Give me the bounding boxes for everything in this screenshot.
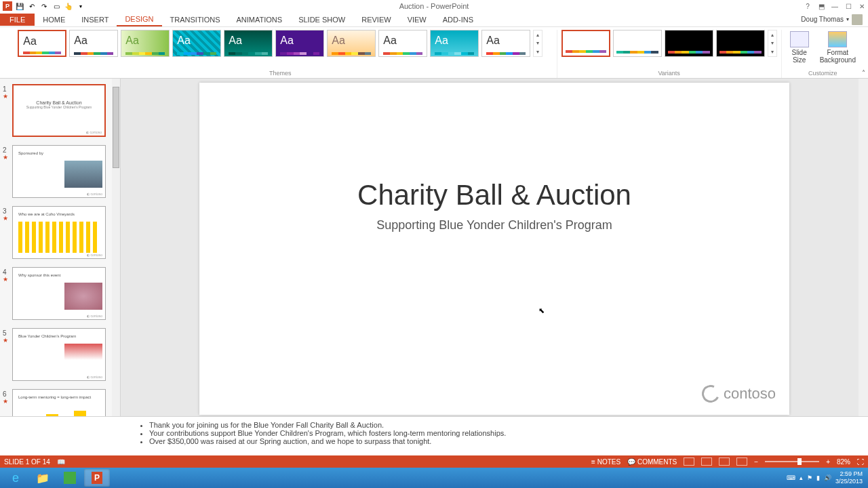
spellcheck-icon[interactable]: 📖 (57, 458, 65, 466)
slide-thumbnail-6[interactable]: 6★Long-term mentoring = long-term impact… (3, 389, 117, 416)
themes-expand-button[interactable]: ▴▾▾ (533, 30, 542, 57)
tab-slideshow[interactable]: SLIDE SHOW (290, 14, 353, 26)
reading-view-button[interactable] (719, 458, 730, 466)
slide-title-text[interactable]: Charity Ball & Auction (199, 179, 789, 211)
explorer-icon[interactable]: 📁 (30, 469, 56, 487)
tab-insert[interactable]: INSERT (73, 14, 117, 26)
normal-view-button[interactable] (684, 458, 694, 466)
tab-animations[interactable]: ANIMATIONS (229, 14, 291, 26)
theme-option-4[interactable]: Aa (224, 30, 273, 57)
variant-option-2[interactable] (665, 30, 713, 57)
tray-flag-icon[interactable]: ⚑ (807, 474, 812, 481)
slide-thumbnail-1[interactable]: 1★Charity Ball & AuctionSupporting Blue … (3, 84, 117, 137)
mouse-cursor: ⬉ (538, 306, 545, 315)
slide-thumbnail-2[interactable]: 2★Sponsored by◐ contoso (3, 145, 117, 198)
slideshow-view-button[interactable] (736, 458, 747, 466)
ribbon-options-icon[interactable]: ⬒ (816, 1, 826, 11)
windows-taskbar: e 📁 P ⌨ ▴ ⚑ ▮ 🔊 2:59 PM 3/25/2013 (0, 468, 868, 488)
note-line[interactable]: Your contributions support Blue Yonder C… (149, 429, 732, 437)
zoom-out-button[interactable]: − (754, 458, 758, 466)
slide-editor: Charity Ball & Auction Supporting Blue Y… (121, 79, 868, 416)
taskbar-clock[interactable]: 2:59 PM 3/25/2013 (835, 470, 865, 485)
zoom-slider[interactable] (765, 461, 819, 462)
system-tray: ⌨ ▴ ⚑ ▮ 🔊 2:59 PM 3/25/2013 (787, 470, 865, 485)
slide-subtitle-text[interactable]: Supporting Blue Yonder Children's Progra… (199, 218, 789, 232)
slide-thumbnail-5[interactable]: 5★Blue Yonder Children's Program◐ contos… (3, 328, 117, 381)
tray-network-icon[interactable]: ▮ (816, 474, 820, 481)
thumbnail-scrollbar[interactable] (112, 79, 120, 416)
theme-option-1[interactable]: Aa (69, 30, 118, 57)
slide-size-icon (790, 31, 809, 47)
ribbon-tabs: FILE HOME INSERT DESIGN TRANSITIONS ANIM… (0, 12, 868, 27)
help-icon[interactable]: ? (803, 1, 812, 11)
theme-option-9[interactable]: Aa (481, 30, 530, 57)
tray-hidden-icon[interactable]: ▴ (800, 474, 803, 481)
ie-icon[interactable]: e (3, 469, 28, 487)
note-line[interactable]: Over $350,000 was raised at our Spring a… (149, 437, 732, 445)
theme-option-0[interactable]: Aa (18, 30, 66, 57)
tab-file[interactable]: FILE (0, 14, 35, 26)
ppt-app-icon[interactable]: P (3, 1, 12, 11)
close-icon[interactable]: ✕ (857, 1, 867, 11)
maximize-icon[interactable]: ☐ (844, 1, 853, 11)
variant-option-3[interactable] (716, 30, 765, 57)
slide-size-button[interactable]: Slide Size (786, 30, 813, 65)
zoom-level[interactable]: 82% (837, 458, 850, 466)
theme-option-7[interactable]: Aa (378, 30, 427, 57)
themes-group: AaAaAaAaAaAaAaAaAaAa▴▾▾ Themes (4, 30, 557, 78)
status-bar: SLIDE 1 OF 14 📖 ≡ NOTES 💬 COMMENTS − + 8… (0, 455, 868, 468)
theme-option-8[interactable]: Aa (430, 30, 479, 57)
notes-pane[interactable]: Thank you for joining us for the Blue Yo… (0, 416, 868, 455)
tab-review[interactable]: REVIEW (353, 14, 399, 26)
notes-button[interactable]: ≡ NOTES (591, 458, 620, 466)
slide-list: 1★Charity Ball & AuctionSupporting Blue … (0, 79, 120, 416)
tab-transitions[interactable]: TRANSITIONS (162, 14, 229, 26)
variant-option-0[interactable] (561, 30, 610, 57)
theme-option-3[interactable]: Aa (172, 30, 221, 57)
minimize-icon[interactable]: — (830, 1, 840, 11)
slide-thumbnail-4[interactable]: 4★Why sponsor this event◐ contoso (3, 267, 117, 320)
window-title: Auction - PowerPoint (399, 2, 469, 10)
note-line[interactable]: Thank you for joining us for the Blue Yo… (149, 421, 732, 429)
greenshot-icon[interactable] (57, 469, 83, 487)
save-icon[interactable]: 💾 (15, 1, 24, 11)
user-account[interactable]: Doug Thomas ▾ (801, 14, 863, 25)
tab-addins[interactable]: ADD-INS (435, 14, 481, 26)
variants-label: Variants (658, 70, 679, 78)
customize-group: Slide Size Format Background Customize (782, 30, 864, 78)
contoso-logo: contoso (702, 385, 776, 403)
tray-volume-icon[interactable]: 🔊 (824, 474, 831, 481)
slide-sorter-button[interactable] (701, 458, 712, 466)
tray-keyboard-icon[interactable]: ⌨ (787, 474, 795, 481)
themes-label: Themes (269, 70, 292, 78)
fit-to-window-button[interactable]: ⛶ (857, 458, 864, 466)
ribbon-design: AaAaAaAaAaAaAaAaAaAa▴▾▾ Themes ▴▾▾ Varia… (0, 27, 868, 79)
customize-label: Customize (808, 70, 837, 78)
editor-scrollbar[interactable] (859, 79, 868, 416)
powerpoint-taskbar-icon[interactable]: P (84, 469, 110, 487)
slide-thumbnail-3[interactable]: 3★Who we are at Coho Vineyards◐ contoso (3, 206, 117, 259)
contoso-logo-icon (699, 382, 722, 405)
title-bar: P 💾 ↶ ↷ ▭ 👆 ▾ Auction - PowerPoint ? ⬒ —… (0, 0, 868, 12)
start-from-beginning-icon[interactable]: ▭ (52, 1, 61, 11)
tab-view[interactable]: VIEW (399, 14, 435, 26)
variants-expand-button[interactable]: ▴▾▾ (768, 30, 777, 57)
format-background-button[interactable]: Format Background (816, 30, 860, 65)
tab-design[interactable]: DESIGN (117, 13, 161, 26)
undo-icon[interactable]: ↶ (27, 1, 37, 11)
variant-option-1[interactable] (613, 30, 662, 57)
collapse-ribbon-icon[interactable]: ˄ (862, 69, 865, 77)
theme-option-5[interactable]: Aa (275, 30, 324, 57)
slide-counter[interactable]: SLIDE 1 OF 14 (4, 458, 50, 466)
slide-canvas[interactable]: Charity Ball & Auction Supporting Blue Y… (199, 83, 789, 415)
theme-option-6[interactable]: Aa (327, 30, 376, 57)
tab-home[interactable]: HOME (35, 14, 73, 26)
qat-customize-icon[interactable]: ▾ (76, 1, 85, 11)
theme-option-2[interactable]: Aa (121, 30, 170, 57)
zoom-in-button[interactable]: + (826, 458, 830, 466)
comments-button[interactable]: 💬 COMMENTS (627, 458, 677, 466)
touch-mode-icon[interactable]: 👆 (64, 1, 73, 11)
redo-icon[interactable]: ↷ (39, 1, 49, 11)
window-controls: ? ⬒ — ☐ ✕ (803, 1, 867, 11)
slide-thumbnail-panel: 1★Charity Ball & AuctionSupporting Blue … (0, 79, 121, 416)
